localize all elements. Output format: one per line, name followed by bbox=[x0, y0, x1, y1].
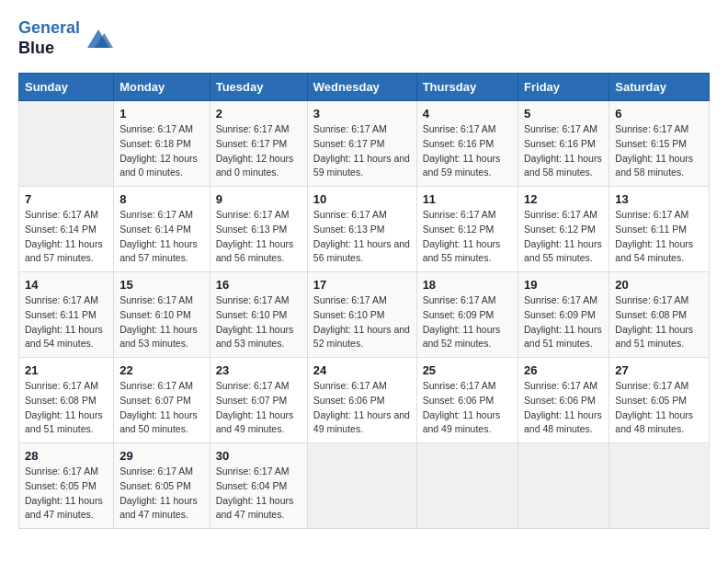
page-header: GeneralBlue bbox=[18, 18, 710, 58]
calendar-cell: 1Sunrise: 6:17 AMSunset: 6:18 PMDaylight… bbox=[114, 101, 210, 187]
day-number: 28 bbox=[25, 449, 108, 463]
day-info: Sunrise: 6:17 AMSunset: 6:06 PMDaylight:… bbox=[524, 379, 603, 437]
day-info: Sunrise: 6:17 AMSunset: 6:10 PMDaylight:… bbox=[216, 293, 301, 351]
day-info: Sunrise: 6:17 AMSunset: 6:05 PMDaylight:… bbox=[119, 465, 204, 523]
day-number: 4 bbox=[423, 107, 512, 121]
calendar-cell: 21Sunrise: 6:17 AMSunset: 6:08 PMDayligh… bbox=[19, 358, 114, 443]
calendar-cell: 24Sunrise: 6:17 AMSunset: 6:06 PMDayligh… bbox=[307, 358, 416, 443]
day-info: Sunrise: 6:17 AMSunset: 6:06 PMDaylight:… bbox=[313, 379, 411, 437]
day-info: Sunrise: 6:17 AMSunset: 6:16 PMDaylight:… bbox=[423, 122, 512, 180]
calendar-cell: 16Sunrise: 6:17 AMSunset: 6:10 PMDayligh… bbox=[210, 272, 307, 358]
calendar-cell: 7Sunrise: 6:17 AMSunset: 6:14 PMDaylight… bbox=[19, 187, 114, 272]
day-info: Sunrise: 6:17 AMSunset: 6:05 PMDaylight:… bbox=[25, 465, 108, 523]
calendar-cell bbox=[518, 443, 609, 529]
calendar-cell: 10Sunrise: 6:17 AMSunset: 6:13 PMDayligh… bbox=[307, 187, 416, 272]
day-number: 3 bbox=[313, 107, 411, 121]
day-info: Sunrise: 6:17 AMSunset: 6:08 PMDaylight:… bbox=[615, 293, 703, 351]
calendar-cell: 19Sunrise: 6:17 AMSunset: 6:09 PMDayligh… bbox=[518, 272, 609, 358]
day-number: 16 bbox=[216, 278, 301, 292]
day-number: 7 bbox=[25, 192, 108, 206]
day-number: 1 bbox=[119, 107, 204, 121]
calendar-cell: 18Sunrise: 6:17 AMSunset: 6:09 PMDayligh… bbox=[416, 272, 518, 358]
weekday-header: Friday bbox=[518, 74, 609, 101]
day-info: Sunrise: 6:17 AMSunset: 6:13 PMDaylight:… bbox=[216, 208, 301, 266]
calendar-week-row: 14Sunrise: 6:17 AMSunset: 6:11 PMDayligh… bbox=[19, 272, 710, 358]
calendar-header-row: SundayMondayTuesdayWednesdayThursdayFrid… bbox=[19, 74, 710, 101]
calendar-cell: 14Sunrise: 6:17 AMSunset: 6:11 PMDayligh… bbox=[19, 272, 114, 358]
day-info: Sunrise: 6:17 AMSunset: 6:16 PMDaylight:… bbox=[524, 122, 603, 180]
weekday-header: Wednesday bbox=[307, 74, 416, 101]
calendar-week-row: 21Sunrise: 6:17 AMSunset: 6:08 PMDayligh… bbox=[19, 358, 710, 443]
logo: GeneralBlue bbox=[18, 18, 113, 58]
calendar-cell bbox=[307, 443, 416, 529]
day-info: Sunrise: 6:17 AMSunset: 6:12 PMDaylight:… bbox=[524, 208, 603, 266]
calendar-cell: 3Sunrise: 6:17 AMSunset: 6:17 PMDaylight… bbox=[307, 101, 416, 187]
day-number: 17 bbox=[313, 278, 411, 292]
calendar-cell: 23Sunrise: 6:17 AMSunset: 6:07 PMDayligh… bbox=[210, 358, 307, 443]
logo-text: GeneralBlue bbox=[18, 18, 80, 58]
day-number: 22 bbox=[119, 363, 204, 377]
calendar-cell: 29Sunrise: 6:17 AMSunset: 6:05 PMDayligh… bbox=[114, 443, 210, 529]
day-number: 10 bbox=[313, 192, 411, 206]
day-info: Sunrise: 6:17 AMSunset: 6:14 PMDaylight:… bbox=[119, 208, 204, 266]
calendar-cell bbox=[19, 101, 114, 187]
weekday-header: Thursday bbox=[416, 74, 518, 101]
calendar-cell: 5Sunrise: 6:17 AMSunset: 6:16 PMDaylight… bbox=[518, 101, 609, 187]
calendar-cell: 26Sunrise: 6:17 AMSunset: 6:06 PMDayligh… bbox=[518, 358, 609, 443]
calendar-cell: 25Sunrise: 6:17 AMSunset: 6:06 PMDayligh… bbox=[416, 358, 518, 443]
day-info: Sunrise: 6:17 AMSunset: 6:15 PMDaylight:… bbox=[615, 122, 703, 180]
day-info: Sunrise: 6:17 AMSunset: 6:17 PMDaylight:… bbox=[313, 122, 411, 180]
day-number: 14 bbox=[25, 278, 108, 292]
day-info: Sunrise: 6:17 AMSunset: 6:09 PMDaylight:… bbox=[524, 293, 603, 351]
day-info: Sunrise: 6:17 AMSunset: 6:11 PMDaylight:… bbox=[615, 208, 703, 266]
day-number: 11 bbox=[423, 192, 512, 206]
day-number: 26 bbox=[524, 363, 603, 377]
day-number: 12 bbox=[524, 192, 603, 206]
day-info: Sunrise: 6:17 AMSunset: 6:13 PMDaylight:… bbox=[313, 208, 411, 266]
calendar-cell: 2Sunrise: 6:17 AMSunset: 6:17 PMDaylight… bbox=[210, 101, 307, 187]
day-info: Sunrise: 6:17 AMSunset: 6:07 PMDaylight:… bbox=[119, 379, 204, 437]
day-number: 24 bbox=[313, 363, 411, 377]
calendar-cell: 9Sunrise: 6:17 AMSunset: 6:13 PMDaylight… bbox=[210, 187, 307, 272]
day-number: 6 bbox=[615, 107, 703, 121]
day-number: 19 bbox=[524, 278, 603, 292]
calendar-cell: 4Sunrise: 6:17 AMSunset: 6:16 PMDaylight… bbox=[416, 101, 518, 187]
calendar-cell: 30Sunrise: 6:17 AMSunset: 6:04 PMDayligh… bbox=[210, 443, 307, 529]
day-info: Sunrise: 6:17 AMSunset: 6:14 PMDaylight:… bbox=[25, 208, 108, 266]
day-info: Sunrise: 6:17 AMSunset: 6:09 PMDaylight:… bbox=[423, 293, 512, 351]
calendar-cell: 15Sunrise: 6:17 AMSunset: 6:10 PMDayligh… bbox=[114, 272, 210, 358]
day-number: 5 bbox=[524, 107, 603, 121]
day-number: 30 bbox=[216, 449, 301, 463]
day-number: 13 bbox=[615, 192, 703, 206]
calendar-cell: 28Sunrise: 6:17 AMSunset: 6:05 PMDayligh… bbox=[19, 443, 114, 529]
day-info: Sunrise: 6:17 AMSunset: 6:18 PMDaylight:… bbox=[119, 122, 204, 180]
calendar-week-row: 1Sunrise: 6:17 AMSunset: 6:18 PMDaylight… bbox=[19, 101, 710, 187]
calendar-cell: 27Sunrise: 6:17 AMSunset: 6:05 PMDayligh… bbox=[609, 358, 710, 443]
day-number: 9 bbox=[216, 192, 301, 206]
day-number: 20 bbox=[615, 278, 703, 292]
calendar-cell: 8Sunrise: 6:17 AMSunset: 6:14 PMDaylight… bbox=[114, 187, 210, 272]
calendar-cell: 12Sunrise: 6:17 AMSunset: 6:12 PMDayligh… bbox=[518, 187, 609, 272]
day-info: Sunrise: 6:17 AMSunset: 6:05 PMDaylight:… bbox=[615, 379, 703, 437]
calendar-cell bbox=[609, 443, 710, 529]
day-info: Sunrise: 6:17 AMSunset: 6:10 PMDaylight:… bbox=[313, 293, 411, 351]
day-info: Sunrise: 6:17 AMSunset: 6:08 PMDaylight:… bbox=[25, 379, 108, 437]
calendar-cell: 6Sunrise: 6:17 AMSunset: 6:15 PMDaylight… bbox=[609, 101, 710, 187]
calendar-cell bbox=[416, 443, 518, 529]
calendar-cell: 13Sunrise: 6:17 AMSunset: 6:11 PMDayligh… bbox=[609, 187, 710, 272]
day-number: 25 bbox=[423, 363, 512, 377]
day-info: Sunrise: 6:17 AMSunset: 6:06 PMDaylight:… bbox=[423, 379, 512, 437]
day-number: 18 bbox=[423, 278, 512, 292]
day-info: Sunrise: 6:17 AMSunset: 6:17 PMDaylight:… bbox=[216, 122, 301, 180]
day-number: 8 bbox=[119, 192, 204, 206]
day-number: 29 bbox=[119, 449, 204, 463]
day-info: Sunrise: 6:17 AMSunset: 6:10 PMDaylight:… bbox=[119, 293, 204, 351]
weekday-header: Monday bbox=[114, 74, 210, 101]
weekday-header: Saturday bbox=[609, 74, 710, 101]
day-info: Sunrise: 6:17 AMSunset: 6:12 PMDaylight:… bbox=[423, 208, 512, 266]
logo-icon bbox=[84, 26, 113, 52]
day-info: Sunrise: 6:17 AMSunset: 6:04 PMDaylight:… bbox=[216, 465, 301, 523]
day-number: 27 bbox=[615, 363, 703, 377]
calendar-cell: 17Sunrise: 6:17 AMSunset: 6:10 PMDayligh… bbox=[307, 272, 416, 358]
calendar-cell: 20Sunrise: 6:17 AMSunset: 6:08 PMDayligh… bbox=[609, 272, 710, 358]
